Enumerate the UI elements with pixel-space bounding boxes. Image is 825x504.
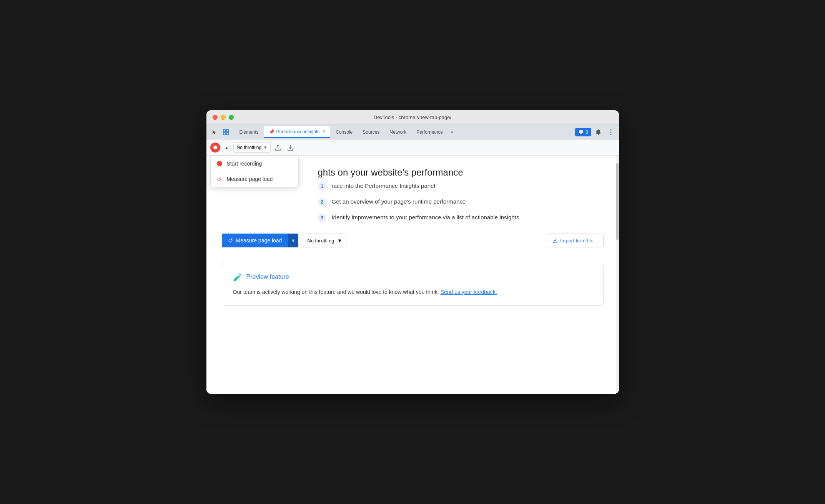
settings-button[interactable] <box>594 127 604 137</box>
feedback-link[interactable]: Send us your feedback. <box>441 289 497 295</box>
start-recording-item[interactable]: Start recording <box>211 156 298 171</box>
preview-header: 🧪 Preview feature <box>233 272 592 282</box>
preview-feature-box: 🧪 Preview feature Our team is actively w… <box>222 263 604 306</box>
preview-text: Our team is actively working on this fea… <box>233 288 592 296</box>
pin-icon: 📌 <box>269 129 274 134</box>
measure-btn-dropdown[interactable]: ▼ <box>288 234 298 247</box>
flask-icon: 🧪 <box>233 272 243 282</box>
reload-icon: ↺ <box>217 176 222 182</box>
step-item-3: 3 Identify improvements to your performa… <box>318 213 604 222</box>
steps-list: 1 race into the Performance Insights pan… <box>318 182 604 222</box>
svg-rect-1 <box>226 129 229 132</box>
main-content: Start recording ↺ Measure page load ghts… <box>206 156 619 394</box>
kebab-menu-button[interactable] <box>606 127 616 137</box>
chat-button[interactable]: 💬 3 <box>575 128 591 136</box>
svg-rect-0 <box>223 129 226 132</box>
svg-rect-2 <box>223 133 226 135</box>
action-row: ↺ Measure page load ▼ No throttling ▼ Im… <box>222 234 604 247</box>
recording-dropdown: Start recording ↺ Measure page load <box>210 156 299 187</box>
maximize-button[interactable] <box>229 115 234 120</box>
page-heading: ghts on your website's performance <box>318 167 604 178</box>
traffic-lights <box>213 115 234 120</box>
tab-bar-right: 💬 3 <box>575 127 616 137</box>
throttle-main-arrow-icon: ▼ <box>337 238 342 244</box>
record-dot <box>213 146 217 149</box>
cursor-icon-btn[interactable] <box>210 127 220 137</box>
step-item-2: 2 Get an overview of your page's runtime… <box>318 197 604 206</box>
record-dot-icon <box>217 161 222 166</box>
devtools-window: DevTools - chrome://new-tab-page/ <box>206 110 619 394</box>
minimize-button[interactable] <box>221 115 226 120</box>
download-button[interactable] <box>285 143 295 153</box>
throttle-selector-main[interactable]: No throttling ▼ <box>303 234 346 247</box>
measure-page-load-item[interactable]: ↺ Measure page load <box>211 171 298 187</box>
tab-sources[interactable]: Sources <box>358 126 384 138</box>
step-number-3: 3 <box>318 214 326 222</box>
inspect-icon-btn[interactable] <box>221 127 231 137</box>
measure-btn-group: ↺ Measure page load ▼ <box>222 234 299 247</box>
step-text-2: Get an overview of your page's runtime p… <box>332 197 466 206</box>
svg-rect-3 <box>226 133 229 135</box>
title-bar: DevTools - chrome://new-tab-page/ <box>206 110 619 125</box>
record-button[interactable] <box>210 143 220 153</box>
tab-performance[interactable]: Performance <box>412 126 447 138</box>
svg-point-4 <box>610 129 611 130</box>
svg-point-6 <box>610 134 611 135</box>
measure-page-load-button[interactable]: ↺ Measure page load <box>222 234 288 247</box>
upload-button[interactable] <box>273 143 283 153</box>
throttle-selector-toolbar[interactable]: No throttling ▼ <box>233 143 271 153</box>
devtools-nav-icons <box>210 127 231 137</box>
tab-close-btn[interactable]: ✕ <box>322 129 326 134</box>
step-number-2: 2 <box>318 198 326 206</box>
step-item-1: 1 race into the Performance Insights pan… <box>318 182 604 191</box>
window-title: DevTools - chrome://new-tab-page/ <box>374 114 451 120</box>
close-button[interactable] <box>213 115 218 120</box>
tab-elements[interactable]: Elements <box>235 126 263 138</box>
chat-icon: 💬 <box>578 129 584 135</box>
recording-toolbar: ▲ No throttling ▼ <box>206 139 619 156</box>
preview-title: Preview feature <box>246 274 289 280</box>
step-number-1: 1 <box>318 182 326 191</box>
step-text-1: race into the Performance Insights panel <box>332 182 435 191</box>
throttle-arrow-icon: ▼ <box>263 145 267 149</box>
scrollbar[interactable] <box>616 156 619 394</box>
record-dropdown-btn[interactable]: ▲ <box>223 143 231 153</box>
import-from-file-button[interactable]: Import from file... <box>547 234 604 247</box>
devtools-panel: Elements 📌 Performance insights ✕ Consol… <box>206 125 619 394</box>
tab-network[interactable]: Network <box>385 126 411 138</box>
tab-performance-insights[interactable]: 📌 Performance insights ✕ <box>264 126 331 138</box>
more-tabs-btn[interactable]: » <box>448 129 456 135</box>
tab-bar: Elements 📌 Performance insights ✕ Consol… <box>206 125 619 139</box>
scrollbar-thumb[interactable] <box>616 163 619 240</box>
svg-point-5 <box>610 131 611 133</box>
step-text-3: Identify improvements to your performanc… <box>332 213 519 222</box>
measure-reload-icon: ↺ <box>228 237 233 244</box>
tab-console[interactable]: Console <box>331 126 357 138</box>
